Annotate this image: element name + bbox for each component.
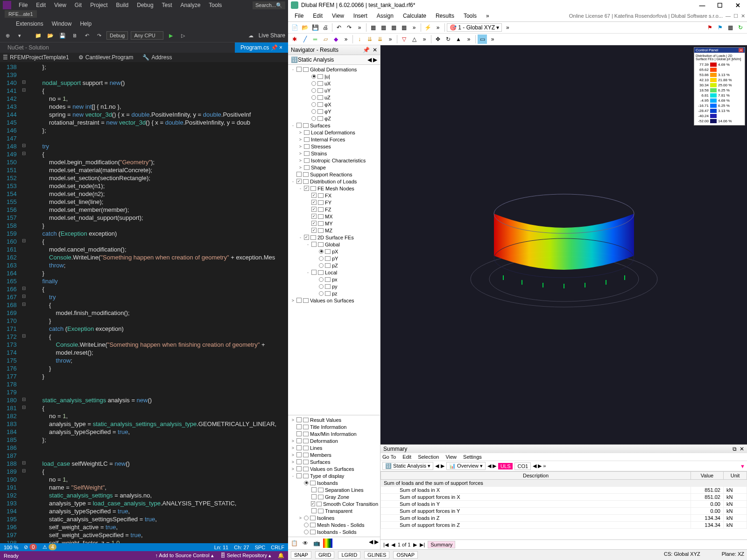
tree-item[interactable]: -Global Deformations xyxy=(288,66,380,73)
tb-more4-icon[interactable]: » xyxy=(503,23,512,32)
status-snap[interactable]: SNAP xyxy=(291,551,311,559)
repo-button[interactable]: 🗄 Select Repository ▴ xyxy=(220,553,271,559)
tb2-load2-icon[interactable]: ⇊ xyxy=(365,35,374,44)
legend-close-icon[interactable]: × xyxy=(739,48,743,52)
save-icon[interactable]: 💾 xyxy=(58,31,67,40)
start-icon[interactable]: ▶ xyxy=(166,31,176,40)
tree-item[interactable]: pY xyxy=(288,255,380,262)
tb-more3-icon[interactable]: » xyxy=(433,23,443,32)
warn-count[interactable]: ⚠ 4 xyxy=(42,544,56,550)
tb-print-icon[interactable]: 🖨 xyxy=(321,23,330,32)
tree-item[interactable]: -Surfaces xyxy=(288,122,380,129)
tree-item[interactable]: >Members xyxy=(288,451,380,458)
tb-redo-icon[interactable]: ↷ xyxy=(345,23,354,32)
tree-item[interactable]: >Deformation xyxy=(288,437,380,444)
tree-item[interactable]: -✓FE Mesh Nodes xyxy=(288,185,380,192)
tree-item[interactable]: -✓Distribution of Loads xyxy=(288,178,380,185)
rfem-menu-file[interactable]: File xyxy=(290,11,308,21)
tree-item[interactable]: >Result Values xyxy=(288,416,380,423)
tree-item[interactable]: pz xyxy=(288,290,380,297)
bc-member[interactable]: 🔧 Address xyxy=(142,54,172,61)
summary-close-icon[interactable]: ✕ xyxy=(740,446,744,452)
tb2-node-icon[interactable]: ✱ xyxy=(290,35,299,44)
tree-item[interactable]: >Isolines xyxy=(288,514,380,521)
tree-item[interactable]: -Local xyxy=(288,269,380,276)
start-nodebug-icon[interactable]: ▷ xyxy=(178,31,188,40)
config-dropdown[interactable]: Debug xyxy=(106,31,128,40)
tb-flag2-icon[interactable]: ⚑ xyxy=(715,23,725,32)
tree-item[interactable]: Isobands - Solids xyxy=(288,528,380,535)
tree-item[interactable]: ✓FX xyxy=(288,192,380,199)
tb2-sel-icon[interactable]: ▭ xyxy=(478,35,487,44)
tree-item[interactable]: >Values on Surfaces xyxy=(288,297,380,304)
filter-icon[interactable]: ▼ xyxy=(740,463,745,469)
tree-item[interactable]: φX xyxy=(288,101,380,108)
summary-mode-dropdown[interactable]: 🔢 Static Analysis ▾ xyxy=(382,462,433,470)
bc-project[interactable]: ☰ RFEMProjectTemplate1 xyxy=(3,54,69,61)
tree-item[interactable]: px xyxy=(288,276,380,283)
tb-view3-icon[interactable]: ▦ xyxy=(389,23,398,32)
pager-first-icon[interactable]: |◀ xyxy=(383,542,388,548)
fwd-icon[interactable]: ▾ xyxy=(15,31,24,40)
menu-help[interactable]: Help xyxy=(76,20,95,28)
live-share-label[interactable]: Live Share xyxy=(259,32,285,39)
tb-view2-icon[interactable]: ▦ xyxy=(379,23,388,32)
co-dropdown[interactable]: CO1 xyxy=(514,462,531,470)
tree-item[interactable]: >Surfaces xyxy=(288,458,380,465)
tree-item[interactable]: >Internal Forces xyxy=(288,136,380,143)
tree-item[interactable]: >Lines xyxy=(288,444,380,451)
rfem-menu-more[interactable]: » xyxy=(481,11,494,21)
rfem-menu-calculate[interactable]: Calculate xyxy=(398,11,431,21)
tb-more-icon[interactable]: » xyxy=(355,23,364,32)
code-content[interactable]: }; nodal_support support = new() { no = … xyxy=(27,62,288,543)
vs-solution-name[interactable]: RFE...ate1 xyxy=(5,10,37,18)
tree-item[interactable]: py xyxy=(288,283,380,290)
menu-git[interactable]: Git xyxy=(71,1,85,9)
tree-item[interactable]: uX xyxy=(288,80,380,87)
tb-view4-icon[interactable]: ▦ xyxy=(399,23,409,32)
tb2-solid-icon[interactable]: ◆ xyxy=(331,35,340,44)
close-button[interactable]: ✕ xyxy=(731,2,744,9)
tb2-rot-icon[interactable]: ↻ xyxy=(444,35,453,44)
tree-item[interactable]: ✓FZ xyxy=(288,206,380,213)
error-count[interactable]: ⊘ 0 xyxy=(24,544,37,550)
summary-next-icon[interactable]: ▶ xyxy=(441,463,444,469)
menu-analyze[interactable]: Analyze xyxy=(177,1,204,9)
pager-next-icon[interactable]: ▶ xyxy=(413,542,417,548)
tree-item[interactable]: pX xyxy=(288,248,380,255)
undo-icon[interactable]: ↶ xyxy=(82,31,92,40)
tb2-member-icon[interactable]: ═ xyxy=(310,35,320,44)
tb2-load3-icon[interactable]: ⇊ xyxy=(375,35,385,44)
menu-build[interactable]: Build xyxy=(113,1,133,9)
col-value[interactable]: Value xyxy=(691,472,724,480)
tree-item[interactable]: Gray Zone xyxy=(288,493,380,500)
tree-item[interactable]: uZ xyxy=(288,94,380,101)
tb-box-icon[interactable]: ▦ xyxy=(726,23,735,32)
maximize-button[interactable]: ☐ xyxy=(713,2,726,9)
source-control-button[interactable]: ↑ Add to Source Control ▴ xyxy=(155,553,213,559)
tb-more2-icon[interactable]: » xyxy=(409,23,419,32)
summary-prev-icon[interactable]: ◀ xyxy=(435,463,439,469)
rfem-menu-results[interactable]: Results xyxy=(431,11,459,21)
tb-calc-icon[interactable]: ⚡ xyxy=(423,23,432,32)
tb2-mir-icon[interactable]: ▲ xyxy=(454,35,463,44)
menu-test[interactable]: Test xyxy=(158,1,176,9)
col-description[interactable]: Description xyxy=(381,472,691,480)
tree-item[interactable]: Support Reactions xyxy=(288,171,380,178)
tb2-more1-icon[interactable]: » xyxy=(341,35,351,44)
nav-pin-icon[interactable]: 📌 xyxy=(363,47,370,53)
minimize-button[interactable]: ― xyxy=(696,2,709,9)
col-unit[interactable]: Unit xyxy=(724,472,747,480)
3d-viewport[interactable]: Control Panel× Distribution of Loads | 2… xyxy=(381,45,747,444)
saveall-icon[interactable]: 🗎 xyxy=(70,31,79,40)
vs-search-input[interactable]: Search... 🔍 xyxy=(253,1,285,9)
tree-item[interactable]: >Stresses xyxy=(288,143,380,150)
tb-flag1-icon[interactable]: ⚑ xyxy=(705,23,714,32)
summary-goto[interactable]: Go To xyxy=(382,454,396,460)
display-tree[interactable]: >Result ValuesTitle InformationMax/Min I… xyxy=(288,415,380,537)
rfem-menu-insert[interactable]: Insert xyxy=(349,11,372,21)
nav-tab2-icon[interactable]: 👁 xyxy=(301,539,310,548)
tree-item[interactable]: >Values on Surfaces xyxy=(288,465,380,472)
open-icon[interactable]: 📂 xyxy=(46,31,55,40)
tree-item[interactable]: ✓MY xyxy=(288,220,380,227)
